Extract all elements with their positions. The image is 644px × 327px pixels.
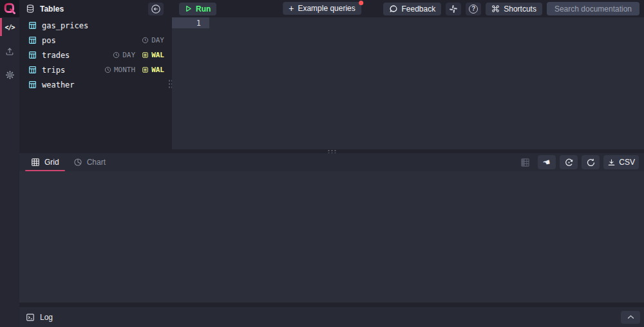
results-toolbar: ☚ [516,155,644,169]
table-icon [28,36,37,44]
notification-dot [359,1,363,5]
results-tabbar: Grid Chart ☚ [19,153,644,171]
table-row-meta: MONTH WAL [104,66,164,74]
example-queries-label: Example queries [298,4,355,13]
vertical-splitter[interactable] [167,17,172,149]
line-number: 1 [172,17,209,28]
table-name: weather [42,80,75,89]
editor-line: 1 [172,17,644,28]
upper-section: gas_prices pos DAY trades [19,17,644,149]
wal-label: WAL [151,66,164,74]
csv-label: CSV [619,158,635,167]
command-icon [491,5,500,13]
table-wal: WAL [142,51,164,59]
questdb-logo[interactable] [0,0,19,17]
table-row[interactable]: gas_prices [19,18,167,33]
nav-item-settings[interactable] [0,65,19,84]
code-icon: </> [5,24,14,31]
table-name: pos [42,36,56,45]
shortcuts-label: Shortcuts [504,5,536,14]
wal-icon [142,66,149,73]
main-content: </> gas_prices [0,17,644,327]
history-icon [564,158,574,167]
shortcuts-button[interactable]: Shortcuts [486,3,542,15]
top-bar: Tables Run + Example queries Feedback [0,0,644,17]
wal-label: WAL [151,51,164,59]
clock-icon [113,51,120,59]
feedback-label: Feedback [402,5,436,14]
slack-icon [449,5,458,14]
refresh-button[interactable] [582,155,600,169]
pie-chart-icon [73,158,82,167]
table-partition: DAY [142,36,164,44]
clock-icon [104,66,111,73]
example-queries-wrap: + Example queries [283,2,361,15]
table-row[interactable]: trips MONTH WAL [19,62,167,77]
run-label: Run [196,5,211,14]
plus-icon: + [289,4,294,13]
table-wal: WAL [142,66,164,74]
expand-log-button[interactable] [621,311,640,324]
table-row-meta: DAY WAL [113,51,164,59]
arrow-left-circle-icon [151,4,161,14]
nav-item-import[interactable] [0,42,19,61]
table-icon [28,66,37,74]
table-icon [28,21,37,30]
search-documentation-button[interactable]: Search documentation [547,2,639,15]
pointing-hand-icon: ☚ [542,157,552,167]
speech-bubble-icon [389,5,398,14]
tables-panel-title: Tables [40,5,64,14]
sql-editor[interactable]: 1 [172,17,644,149]
side-nav: </> [0,17,19,327]
play-icon [185,5,192,12]
freeze-columns-icon [520,158,530,167]
search-documentation-label: Search documentation [554,5,632,14]
wal-icon [142,51,149,59]
collapse-tables-panel-button[interactable] [148,3,164,15]
help-button[interactable]: ? [466,3,481,15]
table-name: gas_prices [42,21,88,30]
gear-icon [5,70,15,80]
drag-handle-icon [167,79,172,89]
table-row[interactable]: pos DAY [19,33,167,48]
chevron-up-icon [627,315,634,319]
topbar-right-cluster: Feedback ? Shortcuts Search documentatio… [383,2,644,15]
partition-label: MONTH [114,66,135,74]
run-query-button[interactable]: Run [179,3,216,15]
slack-button[interactable] [446,3,461,15]
refresh-icon [586,158,596,167]
table-name: trades [42,51,70,60]
table-icon [28,51,37,59]
tab-chart[interactable]: Chart [66,153,113,171]
log-label: Log [40,313,53,322]
auto-refresh-button[interactable] [560,155,578,169]
clock-icon [142,37,149,44]
grid-icon [31,158,40,167]
nav-item-console[interactable]: </> [0,17,19,37]
table-row-meta: DAY [142,36,164,44]
tab-chart-label: Chart [87,158,106,167]
table-row[interactable]: weather [19,77,167,92]
tab-grid-label: Grid [44,158,59,167]
table-icon [28,80,37,89]
help-icon: ? [469,5,478,14]
upload-icon [5,47,14,56]
results-grid[interactable] [19,171,644,303]
table-row[interactable]: trades DAY WAL [19,48,167,62]
help-glyph: ? [471,5,475,12]
partition-label: DAY [151,36,164,44]
database-icon [26,4,35,14]
log-bar[interactable]: Log [19,307,644,327]
questdb-logo-icon [4,3,16,15]
tab-grid[interactable]: Grid [24,153,66,171]
terminal-icon [26,313,35,322]
feedback-button[interactable]: Feedback [383,3,442,15]
tables-panel-header: Tables [19,0,167,17]
example-queries-button[interactable]: + Example queries [283,2,361,15]
download-icon [607,158,616,167]
jump-to-latest-button[interactable]: ☚ [538,155,556,169]
download-csv-button[interactable]: CSV [603,155,639,169]
right-column: gas_prices pos DAY trades [19,17,644,327]
freeze-columns-button[interactable] [516,155,534,169]
tables-list: gas_prices pos DAY trades [19,17,167,149]
